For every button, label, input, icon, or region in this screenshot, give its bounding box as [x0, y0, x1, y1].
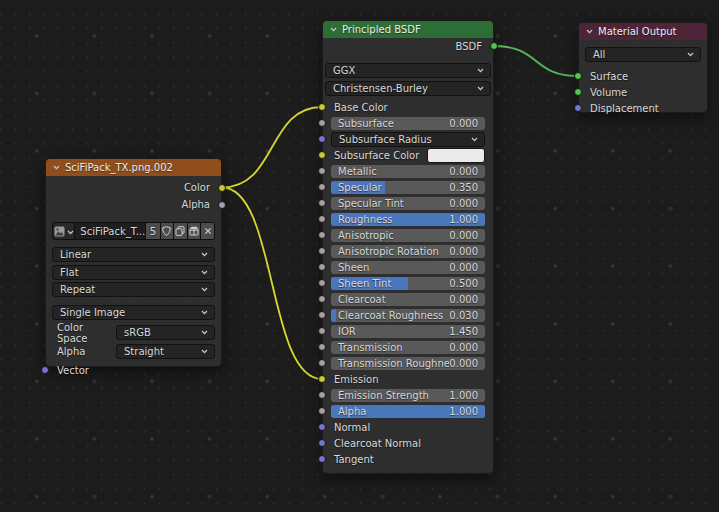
alpha-slider[interactable]: Alpha1.000: [331, 405, 485, 418]
gray-socket[interactable]: [318, 215, 326, 223]
clearcoat-slider[interactable]: Clearcoat0.000: [331, 293, 485, 306]
sheen-slider[interactable]: Sheen0.000: [331, 261, 485, 274]
clearcoat-value: 0.000: [449, 294, 478, 305]
ior-label: IOR: [338, 326, 449, 337]
ior-slider[interactable]: IOR1.450: [331, 325, 485, 338]
gray-socket[interactable]: [318, 247, 326, 255]
emission-strength-slider[interactable]: Emission Strength1.000: [331, 389, 485, 402]
purple-socket[interactable]: [574, 104, 582, 112]
sheen-tint-value: 0.500: [449, 278, 478, 289]
gray-socket[interactable]: [318, 295, 326, 303]
clearcoat-normal-label: Clearcoat Normal: [334, 438, 421, 449]
specular-slider[interactable]: Specular0.350: [331, 181, 485, 194]
gray-socket[interactable]: [218, 201, 226, 209]
gray-socket[interactable]: [318, 327, 326, 335]
anisotropic-slider[interactable]: Anisotropic0.000: [331, 229, 485, 242]
gray-socket[interactable]: [318, 279, 326, 287]
collapse-chevron-icon[interactable]: [330, 27, 337, 32]
dropdown-alpha-value: Straight: [124, 346, 201, 357]
image-icon: [54, 226, 65, 237]
gray-socket[interactable]: [318, 167, 326, 175]
image-users-count-button[interactable]: 5: [146, 223, 159, 239]
gray-socket[interactable]: [318, 231, 326, 239]
dropdown-single-image-value: Single Image: [60, 307, 201, 318]
bsdf-row-clearcoat: Clearcoat0.000: [323, 291, 493, 307]
purple-socket[interactable]: [318, 135, 326, 143]
anisotropic-rotation-slider[interactable]: Anisotropic Rotation0.000: [331, 245, 485, 258]
subsurface-color-color-swatch[interactable]: [427, 148, 485, 163]
material-output-node-header[interactable]: Material Output: [579, 23, 707, 40]
roughness-label: Roughness: [338, 214, 449, 225]
dropdown-ggx-value: GGX: [333, 65, 477, 76]
principled-bsdf-node[interactable]: Principled BSDF BSDFGGXChristensen-Burle…: [322, 20, 494, 474]
dropdown-christensen-burley[interactable]: Christensen-Burley: [325, 81, 491, 96]
dropdown-alpha[interactable]: Straight: [116, 344, 215, 359]
green-socket[interactable]: [490, 42, 498, 50]
gray-socket[interactable]: [318, 343, 326, 351]
green-socket[interactable]: [574, 88, 582, 96]
image-texture-node[interactable]: SciFiPack_TX.png.002 ColorAlphaSciFiPack…: [45, 158, 222, 367]
principled-bsdf-node-header[interactable]: Principled BSDF: [323, 21, 493, 38]
collapse-chevron-icon[interactable]: [586, 29, 593, 34]
transmission-slider[interactable]: Transmission0.000: [331, 341, 485, 354]
purple-socket[interactable]: [318, 423, 326, 431]
bsdf-row-emission-strength: Emission Strength1.000: [323, 387, 493, 403]
dropdown-linear[interactable]: Linear: [52, 247, 215, 262]
roughness-slider[interactable]: Roughness1.000: [331, 213, 485, 226]
image-texture-node-header[interactable]: SciFiPack_TX.png.002: [46, 159, 221, 176]
chevron-down-icon: [201, 330, 208, 335]
transmission-label: Transmission: [338, 342, 449, 353]
specular-tint-slider[interactable]: Specular Tint0.000: [331, 197, 485, 210]
bsdf-row-subsurface: Subsurface0.000: [323, 115, 493, 131]
gray-socket[interactable]: [318, 119, 326, 127]
image-datablock-row: SciFiPack_T...5: [52, 222, 215, 240]
image-browse-button[interactable]: [53, 223, 74, 239]
yellow-socket[interactable]: [218, 184, 226, 192]
metallic-slider[interactable]: Metallic0.000: [331, 165, 485, 178]
bsdf-row-alpha: Alpha1.000: [323, 403, 493, 419]
dropdown-ggx[interactable]: GGX: [325, 63, 491, 78]
gray-socket[interactable]: [318, 311, 326, 319]
clearcoat-roughness-slider[interactable]: Clearcoat Roughness0.030: [331, 309, 485, 322]
base-color-label: Base Color: [334, 102, 388, 113]
fake-user-button[interactable]: [161, 223, 174, 239]
gray-socket[interactable]: [318, 391, 326, 399]
clearcoat-roughness-label: Clearcoat Roughness: [338, 310, 449, 321]
chevron-down-icon: [471, 137, 478, 142]
gray-socket[interactable]: [318, 263, 326, 271]
yellow-socket[interactable]: [318, 103, 326, 111]
purple-socket[interactable]: [41, 366, 49, 374]
collapse-chevron-icon[interactable]: [53, 165, 60, 170]
material-output-node[interactable]: Material Output AllSurfaceVolumeDisplace…: [578, 22, 708, 113]
green-socket[interactable]: [574, 72, 582, 80]
gray-socket[interactable]: [318, 407, 326, 415]
purple-socket[interactable]: [318, 455, 326, 463]
purple-socket[interactable]: [318, 439, 326, 447]
gray-socket[interactable]: [318, 183, 326, 191]
gray-socket[interactable]: [318, 359, 326, 367]
sheen-value: 0.000: [449, 262, 478, 273]
dropdown-repeat[interactable]: Repeat: [52, 282, 215, 297]
yellow-socket[interactable]: [318, 375, 326, 383]
unlink-image-button[interactable]: [201, 223, 214, 239]
specular-tint-value: 0.000: [449, 198, 478, 209]
subsurface-slider[interactable]: Subsurface0.000: [331, 117, 485, 130]
chevron-down-icon: [67, 226, 74, 237]
transmission-roughness-slider[interactable]: Transmission Roughness0.000: [331, 357, 485, 370]
gray-socket[interactable]: [318, 199, 326, 207]
subsurface-radius-dropdown[interactable]: Subsurface Radius: [331, 132, 485, 147]
dropdown-color-space[interactable]: sRGB: [116, 325, 215, 340]
dropdown-single-image[interactable]: Single Image: [52, 305, 215, 320]
dropdown-all[interactable]: All: [585, 47, 701, 62]
node-title: Material Output: [598, 26, 677, 37]
dropdown-flat[interactable]: Flat: [52, 265, 215, 280]
copy-image-button[interactable]: [174, 223, 187, 239]
node-editor-canvas[interactable]: SciFiPack_TX.png.002 ColorAlphaSciFiPack…: [0, 0, 719, 512]
pack-image-button[interactable]: [188, 223, 201, 239]
subsurface-color-label: Subsurface Color: [334, 150, 419, 161]
slider-fill: [331, 309, 336, 322]
bsdf-row-metallic: Metallic0.000: [323, 163, 493, 179]
yellow-socket[interactable]: [318, 151, 326, 159]
image-name-field[interactable]: SciFiPack_T...: [75, 223, 145, 239]
sheen-tint-slider[interactable]: Sheen Tint0.500: [331, 277, 485, 290]
